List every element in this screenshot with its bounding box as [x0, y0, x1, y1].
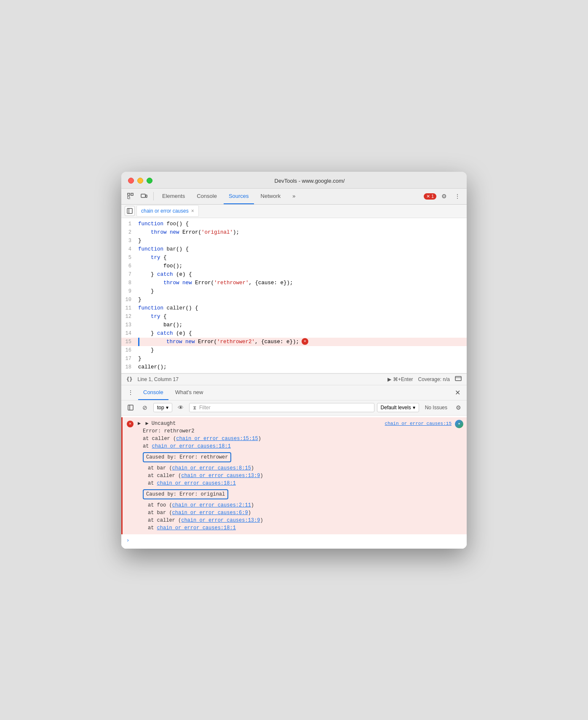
tab-more[interactable]: » [287, 188, 300, 204]
line-number-14: 14 [125, 329, 138, 338]
levels-label: Default levels [381, 405, 411, 411]
device-toggle-icon[interactable] [138, 190, 150, 202]
line-content-3: } [138, 237, 463, 245]
cursor-position: Line 1, Column 17 [137, 376, 178, 382]
tab-sources[interactable]: Sources [224, 188, 254, 204]
top-context-dropdown[interactable]: top ▾ [153, 403, 172, 412]
tab-elements[interactable]: Elements [157, 188, 190, 204]
console-error-entry: ✕ ▶ ▶ Uncaught chain or error causes:15 … [121, 417, 467, 534]
console-tabbar: ⋮ Console What's new ✕ [121, 385, 467, 400]
console-menu-icon[interactable]: ⋮ [125, 387, 136, 398]
live-expressions-icon[interactable]: 👁 [175, 402, 187, 413]
log-levels-dropdown[interactable]: Default levels ▾ [377, 403, 419, 412]
stack-link-18-1-a[interactable]: chain or error causes:18:1 [152, 443, 231, 449]
coverage-icon[interactable] [455, 375, 462, 383]
caused-by-2-line3: at caller (chain or error causes:13:9) [138, 517, 462, 524]
line-number-5: 5 [125, 253, 138, 262]
stack-link-8-15[interactable]: chain or error causes:8:15 [172, 465, 251, 471]
code-line-6: 6 foo(); [121, 262, 467, 270]
line-content-15: throw new Error('rethrower2', {cause: e}… [141, 338, 463, 346]
line-number-13: 13 [125, 321, 138, 329]
uncaught-label: ▶ ▶ Uncaught [138, 420, 176, 427]
more-options-icon[interactable]: ⋮ [452, 190, 463, 202]
top-context-label: top [157, 405, 164, 411]
console-filterbar: ⊘ top ▾ 👁 ⧗ Filter Default levels ▾ No I… [121, 400, 467, 416]
file-tabbar: chain or error causes × [121, 205, 467, 218]
stack-link-18-1-b[interactable]: chain or error causes:18:1 [157, 480, 236, 486]
code-line-16: 16 } [121, 346, 467, 355]
stack-link-6-9[interactable]: chain or error causes:6:9 [172, 510, 248, 516]
line-number-2: 2 [125, 228, 138, 237]
line-content-17: } [138, 355, 463, 363]
console-section: ⋮ Console What's new ✕ ⊘ top ▾ [121, 385, 467, 549]
line-content-16: } [138, 346, 463, 355]
ai-assist-icon[interactable]: ✦ [455, 420, 463, 428]
svg-rect-9 [128, 405, 133, 410]
tab-console-main[interactable]: Console [138, 385, 168, 400]
tab-console[interactable]: Console [192, 188, 222, 204]
tab-whats-new[interactable]: What's new [170, 385, 208, 400]
caused-by-1-box: Caused by: Error: rethrower [143, 452, 231, 462]
caused-by-2-line4: at chain or error causes:18:1 [138, 524, 462, 532]
file-tab-name: chain or error causes [141, 208, 189, 214]
curly-braces-icon[interactable]: {} [126, 376, 132, 382]
line-content-8: throw new Error('rethrower', {cause: e})… [138, 279, 463, 287]
line-content-10: } [138, 296, 463, 304]
line-number-9: 9 [125, 287, 138, 296]
line-number-3: 3 [125, 237, 138, 245]
tab-network[interactable]: Network [256, 188, 286, 204]
close-button[interactable] [128, 178, 134, 184]
caused-by-2-box: Caused by: Error: original [143, 489, 228, 499]
devtools-toolbar: Elements Console Sources Network » ✕ 1 ⚙… [121, 189, 467, 205]
line-number-7: 7 [125, 270, 138, 279]
error-badge[interactable]: ✕ 1 [424, 193, 436, 200]
error-stackline-1: at caller (chain or error causes:15:15) [138, 435, 462, 443]
console-settings-icon[interactable]: ⚙ [453, 403, 463, 413]
line-content-9: } [138, 287, 463, 296]
code-line-3: 3 } [121, 237, 467, 245]
error-file-link-header[interactable]: chain or error causes:15 [385, 420, 452, 427]
stack-link-13-9-b[interactable]: chain or error causes:13:9 [181, 517, 260, 523]
collapse-arrow-icon[interactable]: ▶ [138, 420, 141, 427]
svg-rect-4 [146, 195, 147, 197]
line-content-7: } catch (e) { [138, 270, 463, 279]
stack-link-2-11[interactable]: chain or error causes:2:11 [172, 502, 251, 508]
line-number-16: 16 [125, 346, 138, 355]
line-number-11: 11 [125, 304, 138, 312]
svg-rect-3 [141, 194, 145, 197]
line-content-12: try { [138, 312, 463, 321]
code-editor[interactable]: 1 function foo() { 2 throw new Error('or… [121, 218, 467, 373]
console-close-icon[interactable]: ✕ [452, 387, 463, 398]
caused-by-1-box-wrapper: Caused by: Error: rethrower [138, 451, 462, 463]
minimize-button[interactable] [137, 178, 143, 184]
line-number-15: 15 [125, 338, 138, 346]
console-sidebar-toggle-icon[interactable] [125, 402, 136, 413]
titlebar: DevTools - www.google.com/ [121, 172, 467, 189]
caused-by-1-line3: at chain or error causes:18:1 [138, 480, 462, 487]
svg-rect-2 [131, 193, 133, 195]
file-tab-chain-or-error-causes[interactable]: chain or error causes × [136, 205, 199, 217]
run-shortcut: ⌘+Enter [393, 376, 413, 382]
settings-icon[interactable]: ⚙ [438, 190, 450, 202]
console-output[interactable]: ✕ ▶ ▶ Uncaught chain or error causes:15 … [121, 416, 467, 549]
sidebar-toggle-icon[interactable] [125, 206, 135, 216]
file-tab-close-icon[interactable]: × [191, 208, 194, 214]
svg-rect-5 [127, 208, 132, 213]
line-number-12: 12 [125, 312, 138, 321]
stack-link-15-15[interactable]: chain or error causes:15:15 [176, 436, 258, 442]
code-line-4: 4 function bar() { [121, 245, 467, 253]
run-button[interactable]: ▶ ⌘+Enter [388, 376, 413, 382]
filter-label: Filter [199, 405, 211, 411]
console-prompt: › [121, 534, 467, 547]
inspect-element-icon[interactable] [125, 190, 136, 202]
stack-link-13-9-a[interactable]: chain or error causes:13:9 [181, 473, 260, 479]
maximize-button[interactable] [147, 178, 152, 184]
clear-console-icon[interactable]: ⊘ [139, 402, 151, 413]
toolbar-divider [153, 192, 154, 200]
code-line-10: 10 } [121, 296, 467, 304]
code-line-18: 18 caller(); [121, 363, 467, 371]
code-line-15: 15 throw new Error('rethrower2', {cause:… [121, 338, 467, 346]
line-content-4: function bar() { [138, 245, 463, 253]
stack-link-18-1-c[interactable]: chain or error causes:18:1 [157, 525, 236, 531]
caused-by-1-line1: at bar (chain or error causes:8:15) [138, 464, 462, 472]
